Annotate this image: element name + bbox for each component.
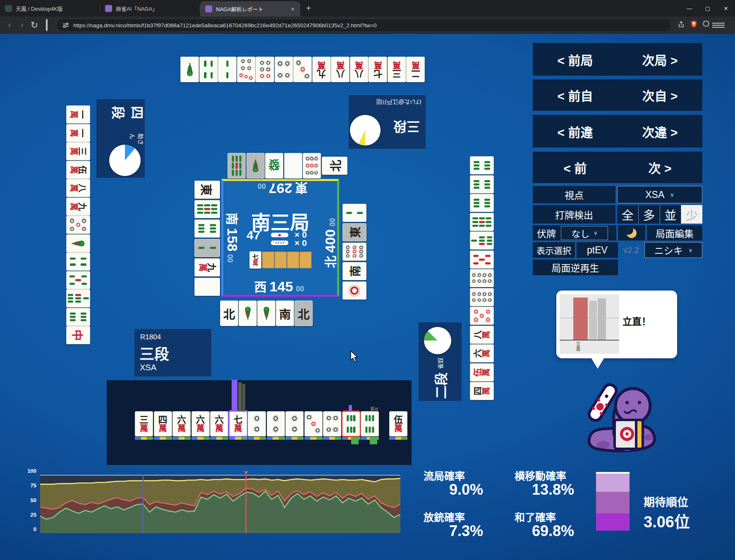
url-bar[interactable]: https://naga.dmv.nico/htmls/f1b37f97d066…	[56, 19, 671, 32]
mahjong-tile-2p[interactable]	[285, 411, 304, 436]
mahjong-tile-5m[interactable]: 伍萬	[389, 411, 407, 436]
browser-tab-bar: 天鳳 / Desktop4K版 麻雀AI「NAGA」 NAGA解析レポート × …	[0, 0, 735, 17]
mahjong-tile-8p	[470, 288, 494, 306]
mahjong-tile-4p	[275, 57, 293, 82]
dahai-option-並[interactable]: 並	[660, 205, 681, 224]
close-tab-icon[interactable]: ×	[290, 5, 295, 12]
mahjong-tile-1s	[66, 234, 90, 253]
expected-rank-value: 3.06位	[644, 509, 690, 532]
night-mode-moon-icon[interactable]	[627, 228, 637, 238]
mahjong-tile-1s	[257, 300, 275, 326]
share-icon[interactable]	[675, 20, 687, 31]
new-tab-button[interactable]: +	[300, 0, 317, 17]
window-maximize-button[interactable]: ▢	[699, 0, 717, 17]
prev-self-turn-button[interactable]: < 前自	[533, 86, 618, 104]
mahjong-tile-6s[interactable]	[361, 411, 379, 436]
forward-icon[interactable]: ›	[16, 20, 28, 31]
tooltip-bar-chart: 立直	[560, 294, 619, 354]
score-south: 南15800	[224, 208, 242, 268]
tile-eval-strip	[285, 437, 304, 440]
mahjong-tile-6m[interactable]: 六萬	[210, 411, 228, 436]
fusehai-select[interactable]: なし∨	[561, 226, 608, 240]
mahjong-tile-8m: 八萬	[470, 326, 494, 344]
mahjong-tile-6m[interactable]: 六萬	[172, 411, 191, 436]
window-minimize-button[interactable]: —	[680, 0, 699, 17]
mahjong-tile-3m: 三萬	[388, 57, 406, 82]
expected-rank-bar	[596, 472, 630, 531]
mahjong-tile-1p	[342, 281, 366, 300]
tune-icon	[62, 22, 69, 29]
dahai-option-多[interactable]: 多	[638, 205, 660, 224]
next-mismatch-button[interactable]: 次違 >	[618, 122, 702, 141]
naga-report-window: { "browser": { "tabs": [ {"title": "天鳳 /…	[0, 0, 735, 560]
mahjong-tile-N: 北	[294, 300, 313, 326]
tab-tenhou[interactable]: 天鳳 / Desktop4K版	[0, 0, 100, 17]
menu-hamburger-icon[interactable]	[712, 21, 725, 29]
next-kyoku-button[interactable]: 次局 >	[618, 50, 702, 69]
mahjong-tile-7s	[66, 289, 90, 307]
mahjong-tile-6s[interactable]	[342, 411, 360, 436]
nav-row-jibun: < 前自 次自 >	[533, 79, 702, 111]
mahjong-tile-4m[interactable]: 四萬	[154, 411, 172, 436]
next-self-turn-button[interactable]: 次自 >	[618, 86, 702, 104]
mahjong-tile-7m[interactable]: 七萬	[229, 411, 247, 436]
mahjong-tile-4p[interactable]	[323, 411, 341, 436]
tile-eval-strip	[192, 437, 210, 440]
player-name: XSA	[140, 363, 156, 372]
mahjong-tile-1m: 一萬	[66, 105, 90, 124]
mahjong-tile-3p	[293, 57, 312, 82]
naga-recommend-bar-main	[232, 380, 237, 411]
tab-naga-home[interactable]: 麻雀AI「NAGA」	[100, 0, 200, 17]
reverse-play-button[interactable]: 局面逆再生	[552, 260, 599, 274]
brave-shield-icon[interactable]	[687, 20, 700, 31]
mahjong-tile-5m: 伍萬	[470, 363, 494, 381]
dahai-option-少[interactable]: 少	[681, 205, 702, 224]
mahjong-tile-6s	[194, 219, 220, 238]
chart-y-tick: 75	[24, 482, 36, 489]
mahjong-tile-6s	[470, 175, 494, 193]
mahjong-tile-2p[interactable]	[248, 411, 266, 436]
back-icon[interactable]: ‹	[3, 20, 16, 31]
tooltip-bar	[598, 298, 606, 340]
mahjong-tile-back	[194, 278, 220, 296]
tile-eval-strip	[248, 437, 266, 440]
next-step-button[interactable]: 次 >	[618, 158, 702, 176]
stat-label: 横移動確率	[515, 468, 566, 483]
dahai-label: 打牌検出	[555, 207, 593, 222]
viewpoint-select[interactable]: XSA∨	[617, 186, 702, 203]
naga-recommend-nub	[349, 405, 352, 411]
score-east: 東29700	[251, 180, 314, 198]
dahai-option-全[interactable]: 全	[617, 205, 638, 224]
prev-step-button[interactable]: < 前	[533, 158, 618, 176]
naga-recommend-bar-alt	[238, 382, 242, 411]
dora-back-tile	[287, 252, 299, 268]
kyokumen-edit-button[interactable]: 局面編集	[656, 226, 694, 240]
mahjong-tile-C: 中	[66, 326, 90, 344]
mahjong-tile-3p[interactable]	[304, 411, 323, 436]
mahjong-tile-9m: 九萬	[194, 258, 220, 276]
mahjong-tile-6s	[66, 308, 90, 326]
reload-icon[interactable]: ↻	[28, 20, 41, 31]
mahjong-tile-3m: 三萬	[66, 142, 90, 160]
mahjong-tile-S: 南	[342, 262, 366, 280]
fusehai-label: 伏牌	[537, 226, 556, 240]
prev-mismatch-button[interactable]: < 前違	[533, 122, 618, 141]
timer-pie-top	[350, 115, 381, 145]
mahjong-tile-6m[interactable]: 六萬	[192, 411, 210, 436]
extensions-puzzle-icon[interactable]	[700, 20, 712, 31]
probability-chart[interactable]	[40, 471, 400, 533]
bookmark-icon[interactable]	[41, 20, 53, 31]
stat-value: 7.3%	[426, 522, 483, 540]
window-close-button[interactable]: ✕	[717, 0, 735, 17]
skin-select[interactable]: ニシキ∨	[644, 242, 702, 258]
mahjong-tile-2p[interactable]	[267, 411, 285, 436]
stat-label: 流局確率	[424, 468, 465, 483]
prev-kyoku-button[interactable]: < 前局	[533, 50, 618, 69]
stat-value: 69.8%	[517, 522, 574, 540]
ptev-button[interactable]: ptEV	[587, 245, 608, 256]
tab-naga-report-active[interactable]: NAGA解析レポート ×	[200, 1, 300, 17]
player-rank: 二段	[431, 372, 450, 399]
naga-recommend-nub	[371, 407, 374, 411]
display-select-button[interactable]: 表示選択	[536, 244, 571, 256]
mahjong-tile-3m[interactable]: 三萬	[135, 411, 153, 436]
